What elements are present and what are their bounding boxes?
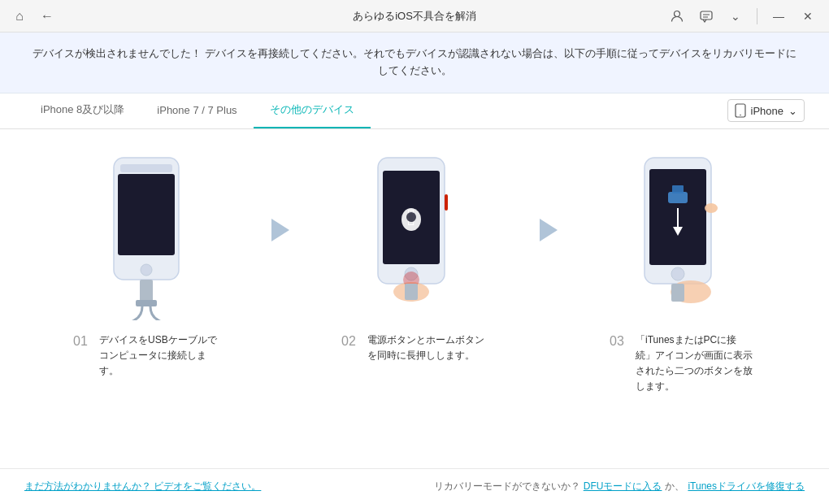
arrow-right-icon-2: [540, 219, 558, 241]
svg-rect-11: [136, 300, 157, 306]
step-2-text: 02 電源ボタンとホームボタンを同時に長押しします。: [333, 324, 496, 363]
svg-point-28: [671, 267, 684, 280]
svg-rect-8: [118, 174, 175, 255]
video-link[interactable]: まだ方法がわかりませんか？ ビデオをご覧ください。: [24, 480, 261, 493]
alert-text: デバイスが検出されませんでした！ デバイスを再接続してください。それでもデバイス…: [33, 47, 796, 76]
step-3-text: 03 「iTunesまたはPCに接続」アイコンが画面に表示されたら二つのボタンを…: [601, 324, 764, 395]
step-3-illustration: [601, 146, 764, 324]
minimize-button[interactable]: —: [767, 5, 790, 28]
step-2: : [301, 146, 528, 363]
chat-icon: [700, 10, 713, 23]
profile-icon: [671, 10, 684, 23]
tab-other[interactable]: その他のデバイス: [254, 93, 371, 128]
alert-banner: デバイスが検出されませんでした！ デバイスを再接続してください。それでもデバイス…: [0, 33, 829, 93]
svg-point-5: [740, 115, 741, 116]
divider: [757, 8, 757, 24]
steps-area: 01 デバイスをUSBケーブルでコンピュータに接続します。 : [0, 129, 829, 468]
step-1-text: 01 デバイスをUSBケーブルでコンピュータに接続します。: [65, 324, 228, 380]
svg-rect-25: [672, 185, 684, 193]
step-1-phone-svg: [89, 150, 203, 320]
footer-right: リカバリーモードができないか？ DFUモードに入る か、 iTunesドライバを…: [434, 480, 805, 493]
footer-right-text: リカバリーモードができないか？: [434, 480, 580, 493]
svg-point-30: [705, 203, 718, 213]
step-2-illustration: : [333, 146, 496, 324]
step-2-desc: 電源ボタンとホームボタンを同時に長押しします。: [367, 332, 488, 363]
svg-rect-24: [668, 192, 688, 203]
step-1-desc: デバイスをUSBケーブルでコンピュータに接続します。: [99, 332, 219, 380]
svg-rect-21: [405, 284, 418, 300]
itunes-link[interactable]: iTunesドライバを修復する: [688, 480, 805, 493]
chat-button[interactable]: [695, 5, 718, 28]
close-button[interactable]: ✕: [796, 5, 819, 28]
device-selector-label: iPhone: [751, 105, 783, 117]
title-bar-right: ⌄ — ✕: [666, 5, 819, 28]
title-bar: ⌂ ← あらゆるiOS不具合を解消 ⌄ — ✕: [0, 0, 829, 33]
step-2-num: 02: [341, 332, 361, 350]
chevron-down-icon: ⌄: [788, 105, 797, 117]
footer: まだ方法がわかりませんか？ ビデオをご覧ください。 リカバリーモードができないか…: [0, 468, 829, 504]
tabs-row: iPhone 8及び以降 iPhone 7 / 7 Plus その他のデバイス …: [0, 93, 829, 129]
dfu-link[interactable]: DFUモードに入る: [584, 480, 662, 493]
tab-iphone8[interactable]: iPhone 8及び以降: [24, 93, 141, 128]
step-1: 01 デバイスをUSBケーブルでコンピュータに接続します。: [33, 146, 260, 380]
svg-rect-31: [671, 284, 684, 302]
arrow-1: [260, 146, 301, 241]
main-content: デバイスが検出されませんでした！ デバイスを再接続してください。それでもデバイス…: [0, 33, 829, 504]
arrow-right-icon: [271, 219, 289, 241]
device-selector[interactable]: iPhone ⌄: [727, 99, 805, 122]
phone-icon: [735, 103, 746, 118]
profile-button[interactable]: [666, 5, 688, 28]
home-button[interactable]: ⌂: [10, 7, 29, 26]
step-2-phone-svg: : [358, 150, 471, 320]
step-3: 03 「iTunesまたはPCに接続」アイコンが画面に表示されたら二つのボタンを…: [569, 146, 796, 395]
svg-rect-17: [445, 194, 448, 211]
step-3-phone-svg: [622, 150, 744, 320]
step-1-num: 01: [73, 332, 93, 350]
svg-point-0: [675, 11, 680, 16]
svg-point-9: [141, 264, 152, 276]
expand-button[interactable]: ⌄: [724, 5, 747, 28]
step-3-desc: 「iTunesまたはPCに接続」アイコンが画面に表示されたら二つのボタンを放しま…: [636, 332, 756, 395]
window-title: あらゆるiOS不具合を解消: [353, 9, 476, 24]
svg-rect-7: [120, 164, 172, 172]
tab-iphone7[interactable]: iPhone 7 / 7 Plus: [141, 93, 253, 128]
back-button[interactable]: ←: [37, 7, 57, 26]
arrow-2: [528, 146, 569, 241]
step-3-num: 03: [610, 332, 629, 350]
svg-rect-1: [701, 11, 712, 20]
footer-separator: か、: [665, 480, 684, 493]
step-1-illustration: [65, 146, 228, 324]
svg-point-16: [406, 212, 416, 222]
steps-row: 01 デバイスをUSBケーブルでコンピュータに接続します。 : [24, 146, 805, 468]
title-bar-left: ⌂ ←: [10, 7, 57, 26]
